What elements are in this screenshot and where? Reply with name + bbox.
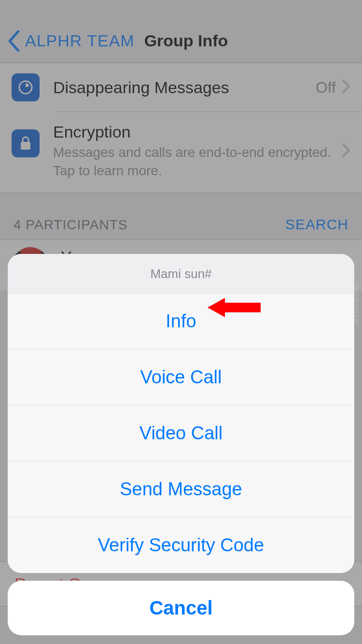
action-info[interactable]: Info	[8, 294, 354, 350]
action-video-call[interactable]: Video Call	[8, 406, 354, 462]
action-send-message[interactable]: Send Message	[8, 462, 354, 518]
watermark: www.deuaq.com	[354, 283, 360, 325]
cancel-button[interactable]: Cancel	[8, 581, 354, 635]
action-sheet: Mami sun# Info Voice Call Video Call Sen…	[8, 254, 354, 573]
action-voice-call[interactable]: Voice Call	[8, 350, 354, 406]
action-sheet-title: Mami sun#	[8, 254, 354, 294]
action-verify-security[interactable]: Verify Security Code	[8, 518, 354, 573]
action-sheet-container: Mami sun# Info Voice Call Video Call Sen…	[0, 254, 362, 644]
